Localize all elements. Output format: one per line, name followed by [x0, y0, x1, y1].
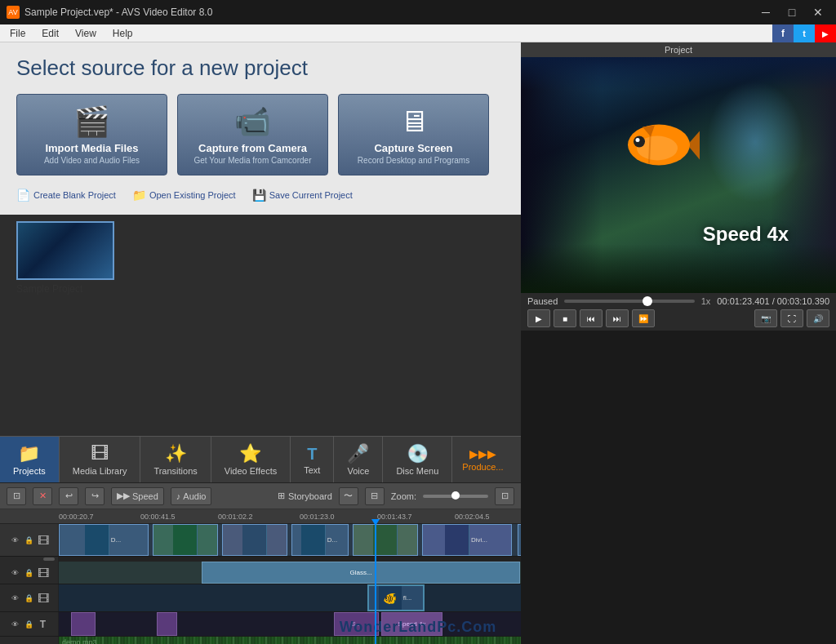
toolbar-transitions[interactable]: ✨ Transitions: [140, 437, 211, 482]
toolbar-media-library[interactable]: 🎞 Media Library: [60, 437, 141, 482]
layout-btn[interactable]: ⊟: [365, 487, 385, 505]
preview-stop-btn[interactable]: ■: [554, 309, 576, 327]
import-media-title: Import Media Files: [45, 142, 138, 154]
create-blank-project-link[interactable]: 📄 Create Blank Project: [16, 189, 116, 202]
video-track-type-icon: 🎞: [38, 535, 49, 546]
overlay-track-content[interactable]: 🐠 fl...: [59, 584, 521, 611]
zoom-slider[interactable]: [423, 495, 488, 498]
text-lock-btn[interactable]: 🔒: [24, 619, 35, 630]
timeline-redo-btn[interactable]: ↪: [85, 487, 104, 505]
audio-label: Audio: [183, 491, 206, 501]
preview-progress-slider[interactable]: [564, 300, 694, 303]
projects-label: Projects: [13, 466, 46, 476]
svg-point-5: [635, 138, 639, 142]
waveform-btn[interactable]: 〜: [339, 487, 358, 505]
timeline-delete-btn[interactable]: ✕: [33, 487, 52, 505]
social-facebook-button[interactable]: f: [772, 24, 794, 42]
preview-slider-thumb[interactable]: [643, 296, 652, 306]
open-existing-project-link[interactable]: 📁 Open Existing Project: [132, 189, 236, 202]
toolbar-disc-menu[interactable]: 💿 Disc Menu: [383, 437, 452, 482]
preview-prev-btn[interactable]: ⏮: [580, 309, 603, 327]
media-library-icon: 🎞: [91, 443, 109, 464]
storyboard-toggle[interactable]: ⊞ Storyboard: [278, 491, 332, 501]
timeline-speed-icon: ▶▶: [117, 491, 130, 501]
capture-camera-card[interactable]: 📹 Capture from Camera Get Your Media fro…: [177, 94, 328, 175]
video-clip-2[interactable]: [153, 524, 218, 556]
timeline-select-btn[interactable]: ⊡: [7, 487, 26, 505]
toolbar-voice[interactable]: 🎤 Voice: [334, 437, 383, 482]
timeline-speed-btn[interactable]: ▶▶ Speed: [111, 487, 164, 505]
menu-edit[interactable]: Edit: [35, 26, 65, 41]
video-clip-5[interactable]: [353, 524, 418, 556]
social-youtube-button[interactable]: ▶: [815, 24, 836, 42]
video-clip-7[interactable]: [518, 524, 521, 556]
toolbar-projects[interactable]: 📁 Projects: [0, 437, 60, 482]
menu-view[interactable]: View: [69, 26, 103, 41]
video-clip-4[interactable]: D...: [291, 524, 349, 556]
menu-file[interactable]: File: [3, 26, 32, 41]
import-media-card[interactable]: 🎬 Import Media Files Add Video and Audio…: [16, 94, 167, 175]
save-current-label: Save Current Project: [269, 190, 353, 200]
toolbar-produce[interactable]: ▶▶▶ Produce...: [452, 437, 513, 482]
menu-help[interactable]: Help: [106, 26, 140, 41]
capture-camera-icon: 📹: [234, 104, 271, 139]
effects-type-icon: 🎞: [38, 567, 49, 579]
volume-indicator-1[interactable]: [43, 557, 55, 561]
effects-track-content[interactable]: Glass... Pan and ... Pan and... Wave Pan: [59, 562, 521, 584]
transitions-label: Transitions: [153, 466, 197, 476]
speed-overlay-text: Speed 4x: [703, 223, 789, 246]
open-existing-label: Open Existing Project: [149, 190, 236, 200]
media-library-label: Media Library: [73, 466, 127, 476]
toolbar-video-effects[interactable]: ⭐ Video Effects: [211, 437, 291, 482]
preview-next-btn[interactable]: ⏭: [606, 309, 629, 327]
timeline-audio-btn[interactable]: ♪ Audio: [171, 487, 212, 505]
ruler-mark-5: 00:02:04.5: [455, 513, 490, 521]
video-clip-6[interactable]: Divi...: [422, 524, 512, 556]
fit-timeline-btn[interactable]: ⊡: [495, 487, 514, 505]
video-track-row: 👁 🔒 🎞 D...: [0, 524, 521, 557]
effects-lock-btn[interactable]: 🔒: [24, 567, 35, 579]
preview-snapshot-btn[interactable]: 📷: [754, 309, 777, 327]
text-eye-btn[interactable]: 👁: [10, 619, 21, 630]
preview-scene: Speed 4x: [521, 57, 836, 293]
source-selection-area: Select source for a new project 🎬 Import…: [0, 42, 521, 215]
open-existing-icon: 📁: [132, 189, 146, 202]
preview-volume-btn[interactable]: 🔊: [807, 309, 829, 327]
toolbar-text[interactable]: T Text: [291, 437, 334, 482]
import-media-icon: 🎬: [73, 104, 110, 139]
overlay-eye-btn[interactable]: 👁: [10, 593, 21, 604]
project-thumbnail[interactable]: [16, 221, 114, 280]
text-clip-2[interactable]: [157, 612, 177, 636]
video-clip-1[interactable]: D...: [59, 524, 149, 556]
timeline-undo-btn[interactable]: ↩: [59, 487, 78, 505]
preview-play-btn[interactable]: ▶: [527, 309, 550, 327]
video-track-lock-btn[interactable]: 🔒: [24, 535, 35, 546]
overlay-type-icon: 🎞: [38, 593, 49, 604]
svg-point-4: [634, 135, 645, 147]
audio-waveform-content[interactable]: demo.mp3: [59, 637, 521, 644]
maximize-button[interactable]: □: [780, 4, 803, 20]
capture-screen-card[interactable]: 🖥 Capture Screen Record Desktop and Prog…: [338, 94, 489, 175]
video-clip-3[interactable]: [222, 524, 287, 556]
video-track-content[interactable]: D... D...: [59, 524, 521, 556]
preview-paused-label: Paused: [527, 296, 558, 306]
preview-fast-forward-btn[interactable]: ⏩: [632, 309, 655, 327]
source-links: 📄 Create Blank Project 📁 Open Existing P…: [16, 189, 505, 202]
overlay-clip-fish[interactable]: 🐠 fl...: [367, 584, 425, 611]
social-twitter-button[interactable]: t: [794, 24, 815, 42]
text-clip-1[interactable]: [71, 612, 96, 636]
disc-menu-icon: 💿: [407, 443, 429, 464]
close-button[interactable]: ✕: [807, 4, 829, 20]
video-track-eye-btn[interactable]: 👁: [10, 535, 21, 546]
minimize-button[interactable]: ─: [754, 4, 777, 20]
preview-fullscreen-btn[interactable]: ⛶: [780, 309, 803, 327]
source-cards: 🎬 Import Media Files Add Video and Audio…: [16, 94, 505, 175]
audio-waveform-controls: 👁 🔒 🎵: [0, 637, 59, 644]
save-current-project-link[interactable]: 💾 Save Current Project: [252, 189, 353, 202]
overlay-lock-btn[interactable]: 🔒: [24, 593, 35, 604]
storyboard-icon: ⊞: [278, 491, 285, 501]
effects-eye-btn[interactable]: 👁: [10, 567, 21, 579]
main-content: Select source for a new project 🎬 Import…: [0, 42, 836, 644]
capture-screen-subtitle: Record Desktop and Programs: [358, 156, 469, 165]
effects-clip-glass[interactable]: Glass...: [202, 562, 520, 584]
